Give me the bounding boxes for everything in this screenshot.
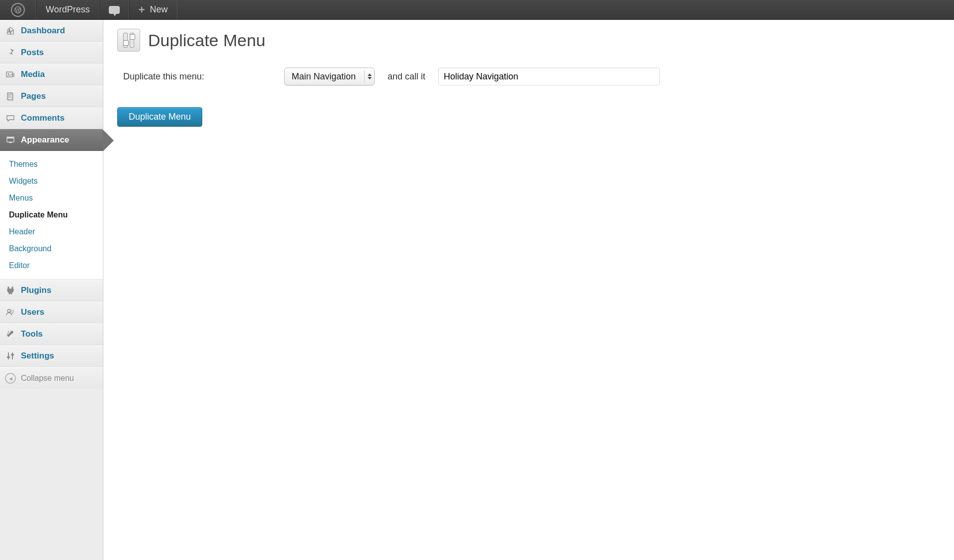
slider-icon-part <box>130 33 134 48</box>
wordpress-logo-icon <box>11 3 25 17</box>
sidebar-label: Tools <box>21 329 43 339</box>
collapse-menu-button[interactable]: ◂ Collapse menu <box>0 367 103 389</box>
svg-point-11 <box>7 309 10 312</box>
sidebar-label: Settings <box>21 351 54 361</box>
appearance-icon <box>5 135 16 145</box>
sidebar-label: Media <box>21 70 45 79</box>
new-menu-name-input[interactable] <box>438 68 660 85</box>
new-label: New <box>150 4 168 15</box>
source-menu-select-wrap: Main Navigation <box>284 68 375 85</box>
sidebar-item-tools[interactable]: Tools <box>0 323 103 345</box>
sidebar-item-pages[interactable]: Pages <box>0 85 103 107</box>
collapse-arrow-icon: ◂ <box>5 373 16 384</box>
plugins-icon <box>5 285 16 296</box>
svg-rect-10 <box>9 142 12 143</box>
pushpin-icon <box>5 47 16 58</box>
svg-rect-9 <box>7 137 14 139</box>
duplicate-form-row: Duplicate this menu: Main Navigation and… <box>117 68 940 85</box>
submenu-item-background[interactable]: Background <box>0 240 103 257</box>
sidebar-label: Pages <box>21 91 46 101</box>
duplicate-menu-button[interactable]: Duplicate Menu <box>117 107 202 127</box>
users-icon <box>5 307 16 318</box>
settings-icon <box>5 350 16 361</box>
submenu-item-widgets[interactable]: Widgets <box>0 173 103 190</box>
svg-rect-2 <box>13 73 14 77</box>
admin-bar: WordPress + New <box>0 0 954 20</box>
site-name-link[interactable]: WordPress <box>36 0 99 19</box>
comments-link[interactable] <box>99 0 129 19</box>
page-icon <box>117 29 140 52</box>
submenu-item-themes[interactable]: Themes <box>0 156 103 173</box>
sidebar-item-media[interactable]: Media <box>0 64 103 85</box>
new-content-link[interactable]: + New <box>129 0 177 19</box>
source-menu-label: Duplicate this menu: <box>117 71 284 82</box>
svg-rect-15 <box>7 356 10 358</box>
slider-icon-part <box>123 33 128 48</box>
site-name-text: WordPress <box>46 4 90 15</box>
sidebar-label: Appearance <box>21 135 69 145</box>
comment-bubble-icon <box>109 6 120 14</box>
sidebar-item-comments[interactable]: Comments <box>0 107 103 129</box>
svg-rect-14 <box>8 352 9 359</box>
admin-sidebar: Dashboard Posts Media Pages Comments <box>0 20 103 560</box>
sidebar-label: Plugins <box>21 285 51 295</box>
sidebar-item-posts[interactable]: Posts <box>0 42 103 64</box>
collapse-label: Collapse menu <box>21 374 74 383</box>
submenu-item-header[interactable]: Header <box>0 223 103 240</box>
tools-icon <box>5 329 16 340</box>
svg-rect-16 <box>12 352 13 359</box>
svg-point-12 <box>11 310 14 313</box>
plus-icon: + <box>139 3 145 16</box>
sidebar-label: Posts <box>21 48 44 58</box>
page-title: Duplicate Menu <box>148 31 265 50</box>
main-content: Duplicate Menu Duplicate this menu: Main… <box>103 20 954 560</box>
comments-icon <box>5 113 16 124</box>
dashboard-icon <box>5 25 16 36</box>
media-icon <box>5 69 16 80</box>
source-menu-select[interactable]: Main Navigation <box>285 68 374 85</box>
wp-logo[interactable] <box>0 0 36 19</box>
sidebar-item-plugins[interactable]: Plugins <box>0 280 103 301</box>
sidebar-label: Users <box>21 307 44 317</box>
sidebar-label: Dashboard <box>21 26 65 36</box>
submenu-item-duplicate-menu[interactable]: Duplicate Menu <box>0 207 103 223</box>
sidebar-label: Comments <box>21 113 65 123</box>
pages-icon <box>5 91 16 102</box>
and-call-it-label: and call it <box>375 71 438 82</box>
svg-point-1 <box>8 73 9 75</box>
sidebar-item-users[interactable]: Users <box>0 301 103 323</box>
sidebar-item-settings[interactable]: Settings <box>0 345 103 367</box>
sidebar-item-appearance[interactable]: Appearance <box>0 129 103 151</box>
page-header: Duplicate Menu <box>117 29 940 52</box>
sidebar-item-dashboard[interactable]: Dashboard <box>0 20 103 42</box>
submenu-item-menus[interactable]: Menus <box>0 190 103 207</box>
appearance-submenu: Themes Widgets Menus Duplicate Menu Head… <box>0 151 103 280</box>
svg-rect-17 <box>11 354 14 355</box>
submenu-item-editor[interactable]: Editor <box>0 257 103 274</box>
